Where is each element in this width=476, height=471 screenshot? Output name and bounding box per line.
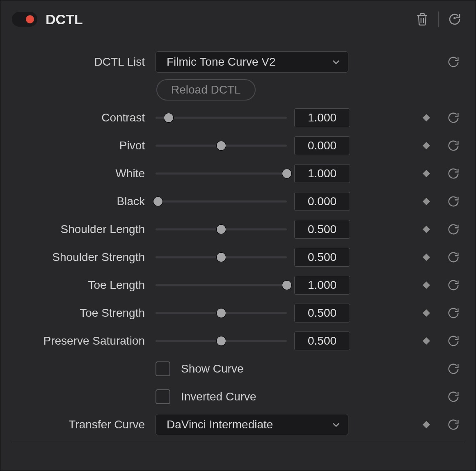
slider-row: Preserve Saturation0.500 xyxy=(12,327,464,355)
slider-row: Black0.000 xyxy=(12,187,464,215)
slider-label: Shoulder Strength xyxy=(12,251,156,264)
keyframe-diamond-icon[interactable] xyxy=(419,166,434,181)
checkbox[interactable] xyxy=(156,389,170,404)
keyframe-diamond-icon[interactable] xyxy=(419,194,434,209)
slider-value-input[interactable]: 0.500 xyxy=(294,220,350,239)
reset-icon[interactable] xyxy=(446,110,461,125)
slider-row: Toe Strength0.500 xyxy=(12,299,464,327)
slider-track-wrap[interactable] xyxy=(156,197,287,206)
slider-label: Pivot xyxy=(12,139,156,152)
keyframe-diamond-icon[interactable] xyxy=(419,222,434,237)
slider-row: Shoulder Strength0.500 xyxy=(12,243,464,271)
checkbox-label: Show Curve xyxy=(181,362,244,375)
checkbox-row: Inverted Curve xyxy=(12,383,464,411)
slider-track xyxy=(156,173,287,175)
panel-header: DCTL xyxy=(12,5,464,34)
reset-dctl-list[interactable] xyxy=(446,55,461,69)
slider-thumb[interactable] xyxy=(282,281,291,290)
dctl-panel: DCTL DCTL List Filmic Tone xyxy=(0,0,476,471)
header-separator xyxy=(438,11,439,27)
reload-dctl-button[interactable]: Reload DCTL xyxy=(156,79,256,101)
reset-all-icon[interactable] xyxy=(445,10,464,29)
slider-thumb[interactable] xyxy=(217,141,226,150)
slider-value-input[interactable]: 0.500 xyxy=(294,332,350,350)
slider-track-wrap[interactable] xyxy=(156,224,287,234)
slider-track-wrap[interactable] xyxy=(156,113,287,123)
reset-transfer-curve[interactable] xyxy=(446,417,461,432)
panel-title: DCTL xyxy=(46,11,83,27)
slider-track-wrap[interactable] xyxy=(156,169,287,178)
enable-toggle[interactable] xyxy=(12,12,37,27)
keyframe-diamond-icon[interactable] xyxy=(419,306,434,320)
trash-icon[interactable] xyxy=(413,10,432,29)
slider-track-wrap[interactable] xyxy=(156,141,287,151)
slider-value-input[interactable]: 1.000 xyxy=(294,164,350,183)
dctl-list-value: Filmic Tone Curve V2 xyxy=(167,55,332,69)
checkbox-row: Show Curve xyxy=(12,355,464,383)
dctl-list-dropdown[interactable]: Filmic Tone Curve V2 xyxy=(156,51,348,73)
keyframe-diamond-icon[interactable] xyxy=(419,138,434,153)
reset-icon[interactable] xyxy=(446,334,461,348)
slider-label: Preserve Saturation xyxy=(12,334,156,348)
slider-track-wrap[interactable] xyxy=(156,308,287,318)
slider-thumb[interactable] xyxy=(217,336,226,345)
reset-icon[interactable] xyxy=(446,138,461,153)
slider-track-wrap[interactable] xyxy=(156,280,287,290)
label-transfer-curve: Transfer Curve xyxy=(12,418,156,431)
slider-label: Toe Length xyxy=(12,279,156,292)
transfer-curve-dropdown[interactable]: DaVinci Intermediate xyxy=(156,414,348,435)
slider-label: Black xyxy=(12,195,156,208)
slider-thumb[interactable] xyxy=(217,225,226,234)
slider-label: Contrast xyxy=(12,111,156,124)
slider-row: Shoulder Length0.500 xyxy=(12,215,464,243)
enable-indicator xyxy=(26,15,34,23)
slider-thumb[interactable] xyxy=(217,309,226,318)
reset-icon[interactable] xyxy=(446,250,461,265)
checkbox[interactable] xyxy=(156,361,170,376)
row-transfer-curve: Transfer Curve DaVinci Intermediate xyxy=(12,411,464,439)
reset-icon[interactable] xyxy=(446,222,461,237)
keyframe-transfer-curve[interactable] xyxy=(419,417,434,432)
chevron-down-icon xyxy=(332,57,341,66)
keyframe-diamond-icon[interactable] xyxy=(419,278,434,293)
slider-track xyxy=(156,284,287,286)
reset-icon[interactable] xyxy=(446,278,461,293)
reset-icon[interactable] xyxy=(446,166,461,181)
keyframe-diamond-icon[interactable] xyxy=(419,334,434,348)
footer-divider xyxy=(12,442,464,442)
slider-thumb[interactable] xyxy=(164,113,173,122)
slider-value-input[interactable]: 1.000 xyxy=(294,276,350,295)
reset-icon[interactable] xyxy=(446,361,461,376)
slider-track-wrap[interactable] xyxy=(156,252,287,262)
slider-value-input[interactable]: 0.000 xyxy=(294,192,350,211)
slider-label: Shoulder Length xyxy=(12,223,156,236)
keyframe-diamond-icon[interactable] xyxy=(419,110,434,125)
slider-value-input[interactable]: 1.000 xyxy=(294,108,350,127)
reset-icon[interactable] xyxy=(446,306,461,320)
chevron-down-icon xyxy=(332,420,341,429)
slider-row: White1.000 xyxy=(12,160,464,187)
slider-track-wrap[interactable] xyxy=(156,336,287,346)
slider-row: Toe Length1.000 xyxy=(12,271,464,299)
slider-track xyxy=(156,117,287,119)
slider-value-input[interactable]: 0.500 xyxy=(294,248,350,267)
slider-track xyxy=(156,201,287,203)
keyframe-diamond-icon[interactable] xyxy=(419,250,434,265)
transfer-curve-value: DaVinci Intermediate xyxy=(167,418,332,431)
row-dctl-list: DCTL List Filmic Tone Curve V2 xyxy=(12,48,464,76)
row-reload: Reload DCTL xyxy=(12,76,464,104)
slider-thumb[interactable] xyxy=(153,197,162,206)
slider-value-input[interactable]: 0.500 xyxy=(294,304,350,322)
slider-row: Contrast1.000 xyxy=(12,104,464,132)
slider-label: Toe Strength xyxy=(12,306,156,320)
slider-label: White xyxy=(12,167,156,180)
reset-icon[interactable] xyxy=(446,194,461,209)
slider-row: Pivot0.000 xyxy=(12,132,464,160)
slider-thumb[interactable] xyxy=(217,253,226,262)
slider-value-input[interactable]: 0.000 xyxy=(294,136,350,155)
slider-thumb[interactable] xyxy=(282,169,291,178)
label-dctl-list: DCTL List xyxy=(12,55,156,69)
parameter-list: DCTL List Filmic Tone Curve V2 xyxy=(12,48,464,439)
checkbox-label: Inverted Curve xyxy=(181,390,256,403)
reset-icon[interactable] xyxy=(446,389,461,404)
